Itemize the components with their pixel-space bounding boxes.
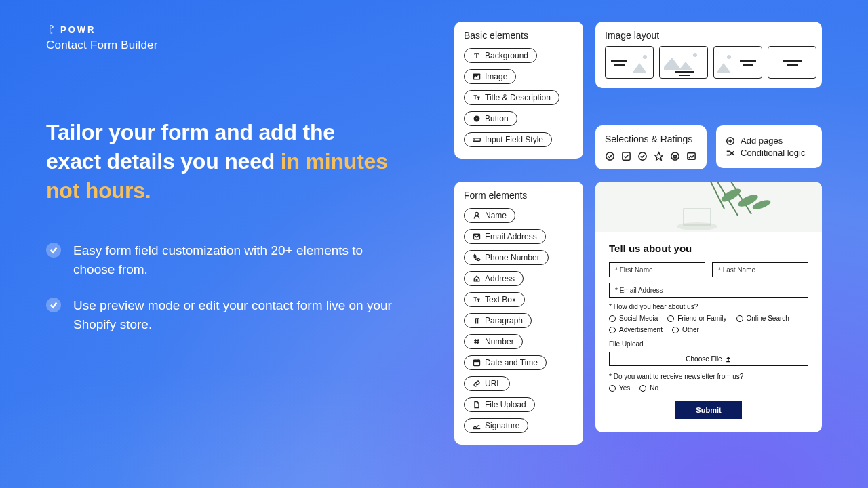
pill-button[interactable]: Button: [464, 111, 517, 126]
svg-point-8: [643, 55, 647, 59]
pill-number[interactable]: Number: [464, 334, 523, 349]
basic-title: Basic elements: [454, 22, 583, 46]
plus-circle-icon: [726, 136, 735, 146]
pill-label: Background: [485, 51, 528, 60]
signature-icon: [473, 422, 481, 430]
headline-line1: Tailor your form and add the: [46, 120, 335, 144]
pill-image[interactable]: Image: [464, 69, 516, 84]
svg-point-23: [676, 155, 677, 157]
headline-line2: exact details you need: [46, 149, 281, 174]
button-icon: [473, 115, 481, 123]
pill-label: Number: [485, 337, 514, 346]
conditional-logic-option[interactable]: Conditional logic: [726, 148, 812, 158]
link-icon: [473, 380, 481, 388]
pill-phone[interactable]: Phone Number: [464, 250, 549, 265]
layout-option-4[interactable]: [768, 46, 816, 79]
layout-option-1[interactable]: [605, 46, 654, 79]
svg-line-32: [475, 339, 476, 344]
preview-hero-image: [595, 182, 822, 232]
image-select-icon[interactable]: [686, 151, 696, 161]
emoji-icon[interactable]: [670, 151, 680, 161]
add-pages-option[interactable]: Add pages: [726, 136, 812, 146]
image-layout-card: Image layout: [595, 22, 822, 88]
pill-name[interactable]: Name: [464, 208, 515, 223]
pill-textbox[interactable]: Text Box: [464, 292, 525, 307]
radio-check-icon[interactable]: [605, 151, 615, 161]
radio-yes[interactable]: Yes: [609, 384, 630, 392]
field-placeholder: * Email Address: [615, 287, 663, 294]
svg-point-9: [693, 53, 697, 57]
layout-option-2[interactable]: [659, 46, 708, 79]
powr-logo-icon: [46, 24, 56, 35]
add-pages-label: Add pages: [741, 136, 783, 146]
svg-rect-7: [614, 64, 625, 66]
basic-elements-card: Basic elements Background Image Title & …: [454, 22, 583, 159]
svg-line-33: [478, 339, 479, 344]
radio-label: Other: [682, 326, 699, 333]
file-upload-label: File Upload: [609, 340, 808, 348]
source-question: * How did you hear about us?: [609, 303, 808, 310]
svg-rect-13: [740, 60, 756, 62]
pill-address[interactable]: Address: [464, 271, 524, 286]
bullet-text: Easy form field customization with 20+ e…: [73, 241, 392, 280]
form-elements-card: Form elements Name Email Address Phone N…: [454, 182, 583, 445]
radio-friend-family[interactable]: Friend or Family: [667, 314, 726, 322]
svg-rect-14: [743, 64, 753, 66]
options-card: Add pages Conditional logic: [716, 125, 822, 168]
pill-title-desc[interactable]: Title & Description: [464, 90, 559, 105]
pill-background[interactable]: Background: [464, 48, 537, 63]
choose-file-text: Choose File: [686, 355, 722, 363]
first-name-field[interactable]: * First Name: [609, 262, 705, 277]
radio-label: Friend or Family: [677, 314, 726, 322]
star-icon[interactable]: [654, 151, 664, 161]
radio-advertisement[interactable]: Advertisement: [609, 326, 663, 333]
pill-label: URL: [485, 379, 501, 388]
user-icon: [473, 211, 481, 220]
pill-url[interactable]: URL: [464, 376, 510, 391]
email-field[interactable]: * Email Address: [609, 283, 808, 298]
checkbox-icon[interactable]: [621, 151, 631, 161]
form-preview-card: Tell us about you * First Name * Last Na…: [595, 182, 822, 432]
radio-online-search[interactable]: Online Search: [736, 314, 789, 322]
pill-label: Paragraph: [485, 316, 523, 325]
svg-rect-15: [783, 60, 802, 62]
svg-point-28: [475, 213, 479, 216]
selections-card: Selections & Ratings: [595, 125, 707, 169]
radio-label: No: [650, 384, 658, 392]
radio-social-media[interactable]: Social Media: [609, 314, 658, 322]
pill-label: Signature: [485, 421, 519, 430]
svg-point-21: [671, 152, 679, 160]
pill-label: Email Address: [485, 232, 537, 241]
radio-icon[interactable]: [637, 151, 648, 161]
pill-file-upload[interactable]: File Upload: [464, 397, 535, 412]
svg-point-12: [727, 55, 731, 59]
pill-datetime[interactable]: Date and Time: [464, 355, 547, 370]
pill-signature[interactable]: Signature: [464, 418, 528, 433]
svg-point-22: [673, 155, 675, 157]
title-icon: [473, 94, 481, 102]
radio-no[interactable]: No: [639, 384, 658, 392]
last-name-field[interactable]: * Last Name: [712, 262, 808, 277]
radio-other[interactable]: Other: [672, 326, 699, 333]
logo-block: POWR Contact Form Builder: [46, 24, 158, 52]
svg-rect-16: [787, 64, 798, 66]
layout-option-3[interactable]: [713, 46, 762, 79]
phone-icon: [473, 253, 481, 262]
pill-input-style[interactable]: Input Field Style: [464, 132, 552, 147]
headline: Tailor your form and add the exact detai…: [46, 118, 392, 206]
field-placeholder: * First Name: [615, 266, 653, 274]
bullet-1: Easy form field customization with 20+ e…: [46, 241, 392, 280]
submit-button[interactable]: Submit: [675, 401, 741, 419]
svg-marker-20: [655, 152, 663, 160]
pill-email[interactable]: Email Address: [464, 229, 546, 244]
pill-label: Date and Time: [485, 358, 538, 367]
textbox-icon: [473, 296, 481, 304]
svg-point-0: [51, 32, 53, 34]
choose-file-button[interactable]: Choose File: [609, 352, 808, 366]
mail-icon: [473, 232, 481, 241]
home-icon: [473, 274, 481, 283]
pill-paragraph[interactable]: Paragraph: [464, 313, 532, 328]
pill-label: Phone Number: [485, 253, 540, 262]
pill-label: Name: [485, 211, 507, 220]
conditional-label: Conditional logic: [741, 148, 805, 158]
